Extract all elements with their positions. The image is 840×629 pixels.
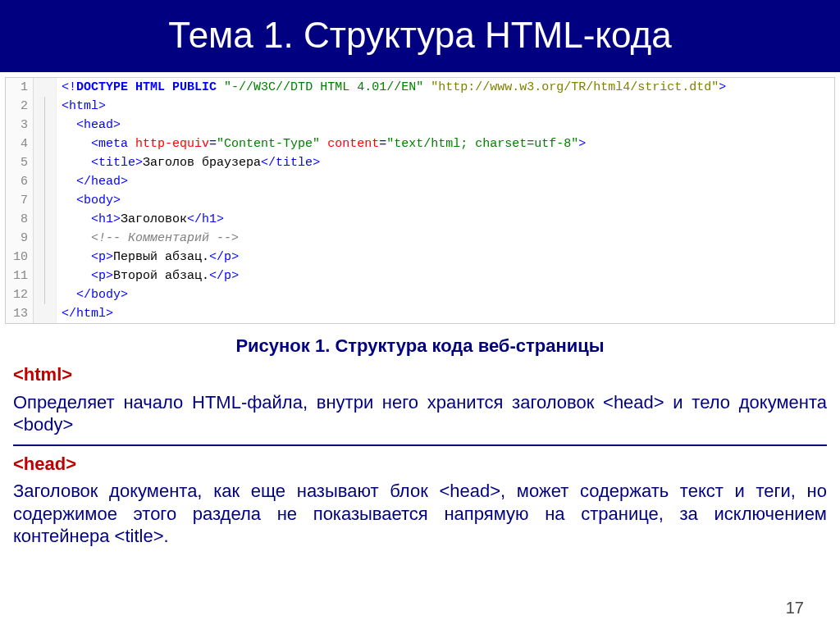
description-block: <html> Определяет начало HTML-файла, вну… <box>0 363 840 548</box>
page-number: 17 <box>786 599 804 618</box>
line-number: 7 <box>6 191 34 210</box>
fold-gutter <box>34 248 57 267</box>
code-line-12: </body> <box>57 285 133 304</box>
fold-gutter <box>34 304 57 323</box>
fold-gutter <box>34 229 57 248</box>
slide-title: Тема 1. Структура HTML-кода <box>0 0 840 72</box>
code-line-2: <html> <box>57 97 111 116</box>
line-number: 8 <box>6 210 34 229</box>
code-line-13: </html> <box>57 304 118 323</box>
fold-gutter <box>34 116 57 134</box>
fold-gutter <box>34 210 57 229</box>
line-number: 10 <box>6 248 34 267</box>
line-number: 13 <box>6 304 34 323</box>
fold-gutter <box>34 78 57 97</box>
line-number: 9 <box>6 229 34 248</box>
code-line-11: <p>Второй абзац.</p> <box>57 267 244 285</box>
head-tag-label: <head> <box>13 454 76 474</box>
fold-gutter <box>34 267 57 285</box>
fold-gutter <box>34 191 57 210</box>
head-tag-description: Заголовок документа, как еще называют бл… <box>13 480 827 548</box>
line-number: 12 <box>6 285 34 304</box>
code-line-10: <p>Первый абзац.</p> <box>57 248 244 267</box>
line-number: 3 <box>6 116 34 134</box>
fold-gutter <box>34 134 57 153</box>
line-number: 5 <box>6 153 34 172</box>
code-line-3: <head> <box>57 116 126 134</box>
code-line-4: <meta http-equiv="Content-Type" content=… <box>57 134 591 153</box>
figure-caption: Рисунок 1. Структура кода веб-страницы <box>0 335 840 357</box>
html-tag-description: Определяет начало HTML-файла, внутри нег… <box>13 391 827 436</box>
code-line-5: <title>Заголов браузера</title> <box>57 153 325 172</box>
line-number: 2 <box>6 97 34 116</box>
divider <box>13 444 827 446</box>
html-tag-label: <html> <box>13 364 72 385</box>
fold-gutter <box>34 172 57 191</box>
line-number: 11 <box>6 267 34 285</box>
line-number: 4 <box>6 134 34 153</box>
fold-gutter <box>34 153 57 172</box>
fold-gutter <box>34 97 57 116</box>
code-editor: 1 <!DOCTYPE HTML PUBLIC "-//W3C//DTD HTM… <box>5 77 835 324</box>
code-line-9: <!-- Комментарий --> <box>57 229 244 248</box>
line-number: 1 <box>6 78 34 97</box>
fold-gutter <box>34 285 57 304</box>
code-line-1: <!DOCTYPE HTML PUBLIC "-//W3C//DTD HTML … <box>57 78 731 97</box>
code-line-6: </head> <box>57 172 133 191</box>
line-number: 6 <box>6 172 34 191</box>
code-line-8: <h1>Заголовок</h1> <box>57 210 229 229</box>
code-line-7: <body> <box>57 191 126 210</box>
